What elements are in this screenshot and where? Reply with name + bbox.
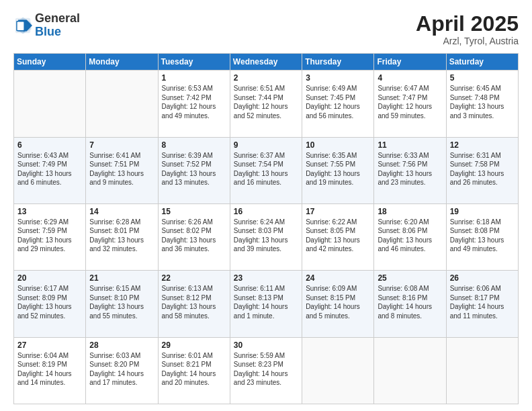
day-number: 3 [306, 73, 370, 83]
logo: General Blue [13, 12, 80, 39]
weekday-wednesday: Wednesday [230, 54, 302, 71]
day-cell: 30Sunrise: 5:59 AM Sunset: 8:23 PM Dayli… [230, 337, 302, 404]
day-number: 20 [17, 273, 82, 283]
day-number: 6 [17, 140, 82, 150]
day-info: Sunrise: 6:43 AM Sunset: 7:49 PM Dayligh… [17, 151, 82, 187]
day-number: 23 [234, 273, 298, 283]
day-number: 2 [234, 73, 298, 83]
day-number: 30 [234, 340, 298, 350]
day-cell: 22Sunrise: 6:13 AM Sunset: 8:12 PM Dayli… [158, 271, 230, 337]
day-info: Sunrise: 6:26 AM Sunset: 8:02 PM Dayligh… [162, 218, 226, 254]
day-info: Sunrise: 6:24 AM Sunset: 8:03 PM Dayligh… [234, 218, 298, 254]
day-info: Sunrise: 6:53 AM Sunset: 7:42 PM Dayligh… [162, 84, 226, 120]
day-cell: 21Sunrise: 6:15 AM Sunset: 8:10 PM Dayli… [86, 271, 158, 337]
day-cell [374, 337, 446, 404]
day-info: Sunrise: 6:20 AM Sunset: 8:06 PM Dayligh… [378, 218, 442, 254]
day-info: Sunrise: 6:11 AM Sunset: 8:13 PM Dayligh… [234, 284, 298, 320]
day-number: 21 [89, 273, 154, 283]
day-number: 1 [162, 73, 226, 83]
day-cell: 6Sunrise: 6:43 AM Sunset: 7:49 PM Daylig… [14, 137, 86, 203]
day-number: 26 [450, 273, 515, 283]
day-cell: 26Sunrise: 6:06 AM Sunset: 8:17 PM Dayli… [446, 271, 518, 337]
day-info: Sunrise: 6:29 AM Sunset: 7:59 PM Dayligh… [17, 218, 82, 254]
day-info: Sunrise: 6:31 AM Sunset: 7:58 PM Dayligh… [450, 151, 515, 187]
day-info: Sunrise: 6:22 AM Sunset: 8:05 PM Dayligh… [306, 218, 370, 254]
day-number: 22 [162, 273, 226, 283]
week-row-1: 1Sunrise: 6:53 AM Sunset: 7:42 PM Daylig… [14, 71, 519, 137]
day-info: Sunrise: 6:28 AM Sunset: 8:01 PM Dayligh… [89, 218, 154, 254]
day-number: 12 [450, 140, 515, 150]
day-number: 28 [89, 340, 154, 350]
weekday-sunday: Sunday [14, 54, 86, 71]
day-info: Sunrise: 5:59 AM Sunset: 8:23 PM Dayligh… [234, 351, 298, 387]
day-cell: 16Sunrise: 6:24 AM Sunset: 8:03 PM Dayli… [230, 203, 302, 270]
day-cell: 10Sunrise: 6:35 AM Sunset: 7:55 PM Dayli… [302, 137, 374, 203]
day-cell: 24Sunrise: 6:09 AM Sunset: 8:15 PM Dayli… [302, 271, 374, 337]
weekday-friday: Friday [374, 54, 446, 71]
day-cell: 25Sunrise: 6:08 AM Sunset: 8:16 PM Dayli… [374, 271, 446, 337]
day-cell: 7Sunrise: 6:41 AM Sunset: 7:51 PM Daylig… [86, 137, 158, 203]
day-cell: 8Sunrise: 6:39 AM Sunset: 7:52 PM Daylig… [158, 137, 230, 203]
weekday-thursday: Thursday [302, 54, 374, 71]
day-info: Sunrise: 6:47 AM Sunset: 7:47 PM Dayligh… [378, 84, 442, 120]
page: General Blue April 2025 Arzl, Tyrol, Aus… [0, 0, 532, 411]
day-number: 17 [306, 207, 370, 216]
logo-general-text: General [35, 12, 80, 26]
day-number: 10 [306, 140, 370, 150]
day-number: 25 [378, 273, 442, 283]
calendar-table: SundayMondayTuesdayWednesdayThursdayFrid… [13, 53, 519, 404]
day-number: 18 [378, 207, 442, 216]
day-number: 4 [378, 73, 442, 83]
day-number: 29 [162, 340, 226, 350]
logo-blue-text: Blue [35, 26, 80, 39]
day-number: 19 [450, 207, 515, 216]
day-info: Sunrise: 6:13 AM Sunset: 8:12 PM Dayligh… [162, 284, 226, 320]
month-title: April 2025 [416, 12, 519, 36]
day-cell: 20Sunrise: 6:17 AM Sunset: 8:09 PM Dayli… [14, 271, 86, 337]
day-info: Sunrise: 6:03 AM Sunset: 8:20 PM Dayligh… [89, 351, 154, 387]
logo-icon [13, 16, 32, 35]
day-info: Sunrise: 6:01 AM Sunset: 8:21 PM Dayligh… [162, 351, 226, 387]
title-block: April 2025 Arzl, Tyrol, Austria [416, 12, 519, 46]
day-cell: 2Sunrise: 6:51 AM Sunset: 7:44 PM Daylig… [230, 71, 302, 137]
day-info: Sunrise: 6:15 AM Sunset: 8:10 PM Dayligh… [89, 284, 154, 320]
day-info: Sunrise: 6:18 AM Sunset: 8:08 PM Dayligh… [450, 218, 515, 254]
day-cell: 19Sunrise: 6:18 AM Sunset: 8:08 PM Dayli… [446, 203, 518, 270]
day-info: Sunrise: 6:33 AM Sunset: 7:56 PM Dayligh… [378, 151, 442, 187]
day-info: Sunrise: 6:06 AM Sunset: 8:17 PM Dayligh… [450, 284, 515, 320]
day-number: 15 [162, 207, 226, 216]
day-cell: 27Sunrise: 6:04 AM Sunset: 8:19 PM Dayli… [14, 337, 86, 404]
day-cell: 28Sunrise: 6:03 AM Sunset: 8:20 PM Dayli… [86, 337, 158, 404]
week-row-3: 13Sunrise: 6:29 AM Sunset: 7:59 PM Dayli… [14, 203, 519, 270]
day-number: 14 [89, 207, 154, 216]
day-info: Sunrise: 6:17 AM Sunset: 8:09 PM Dayligh… [17, 284, 82, 320]
day-info: Sunrise: 6:35 AM Sunset: 7:55 PM Dayligh… [306, 151, 370, 187]
day-number: 13 [17, 207, 82, 216]
day-cell [446, 337, 518, 404]
day-number: 7 [89, 140, 154, 150]
weekday-saturday: Saturday [446, 54, 518, 71]
day-number: 8 [162, 140, 226, 150]
week-row-5: 27Sunrise: 6:04 AM Sunset: 8:19 PM Dayli… [14, 337, 519, 404]
svg-rect-6 [17, 21, 24, 30]
weekday-monday: Monday [86, 54, 158, 71]
header: General Blue April 2025 Arzl, Tyrol, Aus… [13, 12, 519, 46]
day-cell: 29Sunrise: 6:01 AM Sunset: 8:21 PM Dayli… [158, 337, 230, 404]
day-cell: 18Sunrise: 6:20 AM Sunset: 8:06 PM Dayli… [374, 203, 446, 270]
weekday-header-row: SundayMondayTuesdayWednesdayThursdayFrid… [14, 54, 519, 71]
day-cell: 4Sunrise: 6:47 AM Sunset: 7:47 PM Daylig… [374, 71, 446, 137]
day-number: 16 [234, 207, 298, 216]
day-cell: 17Sunrise: 6:22 AM Sunset: 8:05 PM Dayli… [302, 203, 374, 270]
location: Arzl, Tyrol, Austria [416, 36, 519, 46]
day-cell [302, 337, 374, 404]
day-cell: 1Sunrise: 6:53 AM Sunset: 7:42 PM Daylig… [158, 71, 230, 137]
week-row-4: 20Sunrise: 6:17 AM Sunset: 8:09 PM Dayli… [14, 271, 519, 337]
day-cell [86, 71, 158, 137]
day-cell: 3Sunrise: 6:49 AM Sunset: 7:45 PM Daylig… [302, 71, 374, 137]
day-cell: 11Sunrise: 6:33 AM Sunset: 7:56 PM Dayli… [374, 137, 446, 203]
day-cell: 15Sunrise: 6:26 AM Sunset: 8:02 PM Dayli… [158, 203, 230, 270]
logo-text: General Blue [35, 12, 80, 39]
day-cell: 9Sunrise: 6:37 AM Sunset: 7:54 PM Daylig… [230, 137, 302, 203]
day-cell: 23Sunrise: 6:11 AM Sunset: 8:13 PM Dayli… [230, 271, 302, 337]
day-number: 11 [378, 140, 442, 150]
